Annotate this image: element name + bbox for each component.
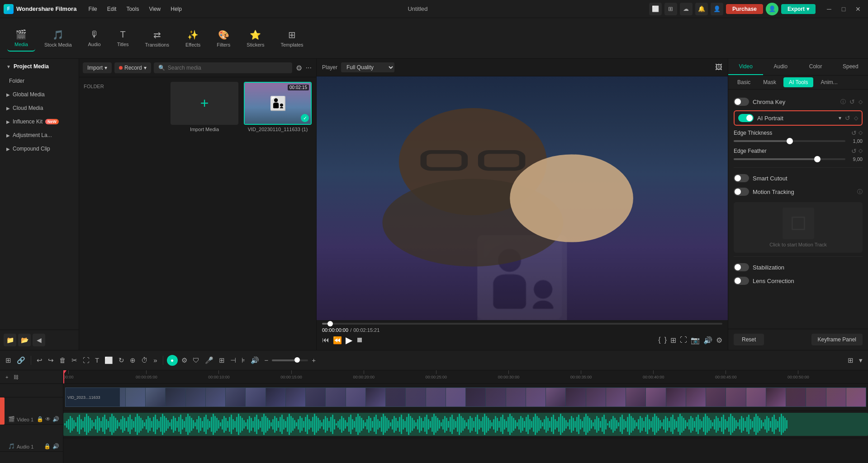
tl-undo-icon[interactable]: ↩	[35, 354, 44, 366]
edge-feather-diamond-icon[interactable]: ◇	[859, 147, 863, 155]
tl-zoom-handle[interactable]	[294, 357, 300, 363]
project-media-collapse-icon[interactable]: ▼	[6, 64, 11, 69]
tl-text-icon[interactable]: T	[93, 354, 101, 366]
maximize-button[interactable]: □	[837, 3, 850, 15]
tl-rotate-icon[interactable]: ↻	[117, 354, 126, 366]
search-input[interactable]	[168, 65, 288, 71]
mark-in-icon[interactable]: {	[658, 336, 660, 345]
tl-record-button[interactable]: ●	[167, 355, 178, 366]
frame-back-icon[interactable]: ⏪	[333, 336, 342, 345]
chroma-key-toggle[interactable]	[734, 98, 749, 106]
edge-thickness-reset-icon[interactable]: ↺	[851, 129, 857, 137]
import-media-thumb[interactable]: +	[171, 82, 238, 125]
purchase-button[interactable]: Purchase	[726, 4, 763, 14]
lens-correction-toggle[interactable]	[734, 277, 749, 285]
tab-video[interactable]: Video	[728, 59, 763, 75]
chroma-key-reset-icon[interactable]: ↺	[849, 98, 855, 105]
toolbar-titles[interactable]: T Titles	[110, 26, 136, 51]
player-seekbar[interactable]	[322, 323, 722, 325]
ai-portrait-dropdown-icon[interactable]: ▾	[839, 115, 841, 121]
tab-speed[interactable]: Speed	[833, 59, 868, 75]
tl-add-track-btn[interactable]: +	[4, 373, 10, 382]
smart-cutout-toggle[interactable]	[734, 174, 749, 182]
import-button[interactable]: Import ▾	[83, 62, 112, 73]
menu-file[interactable]: File	[84, 4, 101, 14]
subtab-ai-tools[interactable]: AI Tools	[783, 77, 813, 87]
timeline-icon[interactable]: ⊞	[670, 336, 676, 345]
settings-icon[interactable]: ⚙	[716, 336, 722, 345]
sidebar-item-global-media[interactable]: ▶ Global Media	[0, 88, 79, 101]
tl-shield-icon[interactable]: 🛡	[191, 354, 201, 366]
seekbar-handle[interactable]	[327, 321, 333, 326]
toolbar-filters[interactable]: 🎨 Filters	[209, 26, 237, 51]
subtab-mask[interactable]: Mask	[758, 77, 782, 87]
mark-out-icon[interactable]: }	[664, 336, 667, 345]
toolbar-effects[interactable]: ✨ Effects	[178, 26, 208, 51]
search-bar[interactable]: 🔍	[154, 62, 292, 73]
audio1-vol-icon[interactable]: 🔊	[52, 443, 59, 449]
video-thumbnail[interactable]: 👨‍👦 00:02:15 ✓	[244, 82, 312, 125]
sidebar-item-adjustment[interactable]: ▶ Adjustment La...	[0, 128, 79, 142]
tl-redo-icon[interactable]: ↪	[46, 354, 56, 366]
record-button[interactable]: Record ▾	[114, 62, 151, 73]
skip-back-icon[interactable]: ⏮	[322, 336, 329, 344]
tl-grid-icon[interactable]: ⊞	[846, 354, 855, 366]
edge-feather-reset-icon[interactable]: ↺	[851, 147, 857, 155]
play-button[interactable]: ▶	[346, 335, 352, 345]
fullscreen-player-icon[interactable]: ⛶	[680, 336, 687, 345]
edge-thickness-handle[interactable]	[787, 138, 793, 144]
tab-color[interactable]: Color	[798, 59, 833, 75]
video1-eye-icon[interactable]: 👁	[45, 416, 51, 422]
subtab-basic[interactable]: Basic	[732, 77, 756, 87]
tl-link-icon[interactable]: ⛓	[12, 373, 20, 382]
remove-folder-button[interactable]: 📂	[18, 334, 31, 346]
tl-zoom-plus-icon[interactable]: +	[310, 354, 318, 366]
tl-layout-icon[interactable]: ⊞	[4, 354, 13, 366]
audio1-clip[interactable]	[63, 413, 868, 436]
keyframe-panel-button[interactable]: Keyframe Panel	[811, 334, 863, 345]
volume-icon[interactable]: 🔊	[703, 336, 712, 345]
layout-icon[interactable]: ⊞	[664, 3, 677, 15]
collapse-panel-button[interactable]: ◀	[33, 334, 45, 346]
video1-clip[interactable]: VID_2023...11633	[63, 386, 868, 409]
toolbar-transitions[interactable]: ⇄ Transitions	[138, 26, 176, 51]
video1-lock-icon[interactable]: 🔒	[37, 416, 43, 422]
motion-tracking-info-icon[interactable]: ⓘ	[857, 188, 863, 196]
tl-layers-icon[interactable]: ⊞	[217, 354, 227, 366]
toolbar-audio[interactable]: 🎙 Audio	[81, 26, 108, 51]
video1-vol-icon[interactable]: 🔊	[52, 416, 59, 422]
tl-mic-icon[interactable]: 🎤	[203, 354, 215, 366]
menu-tools[interactable]: Tools	[122, 4, 143, 14]
sidebar-item-cloud-media[interactable]: ▶ Cloud Media	[0, 101, 79, 115]
snapshot-icon[interactable]: 📷	[691, 336, 700, 345]
menu-help[interactable]: Help	[166, 4, 186, 14]
subtab-anim[interactable]: Anim...	[815, 77, 843, 87]
chroma-key-info-icon[interactable]: ⓘ	[840, 98, 846, 106]
toolbar-stock-media[interactable]: 🎵 Stock Media	[37, 26, 79, 51]
import-media-item[interactable]: + Import Media	[171, 82, 238, 345]
audio1-lock-icon[interactable]: 🔒	[44, 443, 51, 449]
tl-audio2-icon[interactable]: 🔊	[249, 354, 261, 366]
sidebar-item-folder[interactable]: Folder	[0, 74, 79, 88]
tl-delete-icon[interactable]: 🗑	[57, 354, 68, 366]
sidebar-item-compound-clip[interactable]: ▶ Compound Clip	[0, 142, 79, 156]
edge-feather-track[interactable]	[734, 158, 845, 160]
user-avatar[interactable]: 👤	[766, 3, 778, 15]
stabilization-toggle[interactable]	[734, 263, 749, 271]
tl-more-icon[interactable]: »	[152, 354, 159, 366]
filter-icon[interactable]: ⚙	[295, 63, 303, 73]
seekbar-track[interactable]	[322, 323, 722, 325]
image-icon[interactable]: 🖼	[715, 63, 722, 71]
tl-zoom-minus-icon[interactable]: −	[263, 354, 270, 366]
ai-portrait-toggle[interactable]	[738, 114, 754, 122]
export-button[interactable]: Export ▾	[781, 4, 816, 14]
menu-edit[interactable]: Edit	[103, 4, 121, 14]
tl-expand-icon[interactable]: ▾	[857, 354, 864, 366]
tl-crop-icon[interactable]: ⛶	[81, 354, 91, 366]
cloud-icon[interactable]: ☁	[680, 3, 693, 15]
quality-select[interactable]: Full Quality Half Quality Quarter Qualit…	[341, 62, 394, 72]
sidebar-item-influence-kit[interactable]: ▶ Influence Kit NeW	[0, 115, 79, 128]
add-folder-button[interactable]: 📁	[4, 334, 16, 346]
menu-view[interactable]: View	[144, 4, 165, 14]
ai-portrait-reset-icon[interactable]: ↺	[845, 114, 850, 122]
